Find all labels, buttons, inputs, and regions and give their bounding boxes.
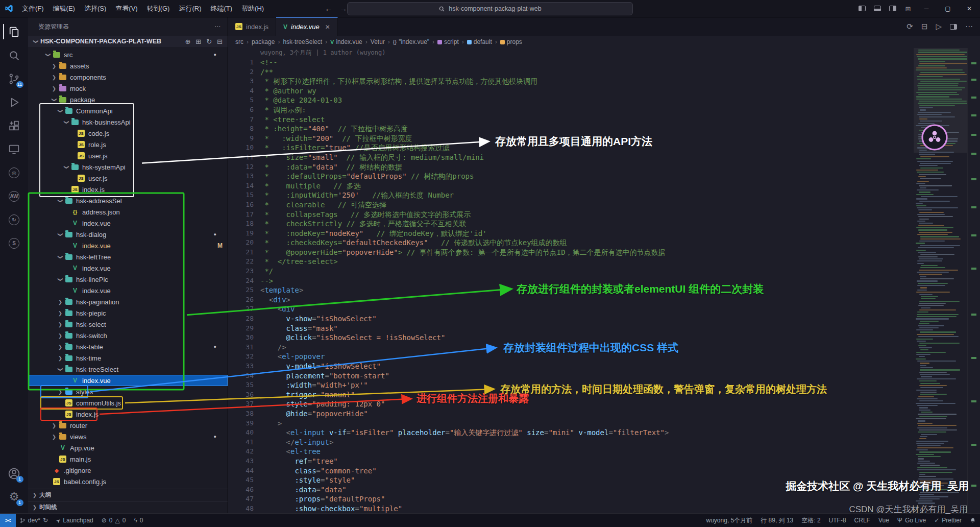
menu-item[interactable]: 编辑(E) bbox=[48, 5, 80, 12]
code-line[interactable]: 27 <div bbox=[228, 304, 980, 314]
code-line[interactable]: 36 trigger="manual" bbox=[228, 390, 980, 400]
tree-folder-row[interactable]: ❯views● bbox=[28, 431, 228, 442]
toggle-secondary-sidebar-icon[interactable] bbox=[885, 5, 900, 13]
code-line[interactable]: 33 v-model="isShowSelect" bbox=[228, 362, 980, 371]
source-control-icon[interactable]: 11 bbox=[3, 68, 26, 89]
more-actions-icon[interactable]: ⋯ bbox=[965, 22, 973, 31]
remote-explorer-icon[interactable] bbox=[3, 139, 26, 159]
menu-item[interactable]: 选择(S) bbox=[80, 5, 111, 12]
code-line[interactable]: 12 * :data="data" // 树结构的数据 bbox=[228, 162, 980, 172]
tree-file-row[interactable]: JScommonUtils.js bbox=[28, 397, 228, 409]
code-line[interactable]: 47 :props="defaultProps" bbox=[228, 494, 980, 504]
forward-icon[interactable]: → bbox=[339, 4, 347, 13]
code-line[interactable]: 1<!-- bbox=[228, 58, 980, 67]
refresh-explorer-icon[interactable]: ↻ bbox=[206, 38, 212, 45]
code-line[interactable]: 40 <el-input v-if="isFilter" placeholder… bbox=[228, 428, 980, 438]
eol-item[interactable]: CRLF bbox=[850, 514, 874, 527]
explorer-more-icon[interactable]: ⋯ bbox=[214, 23, 220, 30]
code-line[interactable]: 16 * clearable // 可清空选择 bbox=[228, 200, 980, 210]
new-file-icon[interactable]: ⊕ bbox=[185, 38, 190, 45]
tree-file-row[interactable]: Vindex.vue bbox=[28, 375, 228, 386]
breadcrumb-item[interactable]: Vindex.vue bbox=[330, 38, 362, 45]
tree-folder-row[interactable]: ❯hsk-pagination bbox=[28, 296, 228, 307]
tree-file-row[interactable]: JSindex.js bbox=[28, 184, 228, 195]
code-line[interactable]: 38 @hide="popoverHide" bbox=[228, 409, 980, 419]
tree-file-row[interactable]: Vindex.vue bbox=[28, 285, 228, 296]
tree-folder-row[interactable]: ❯mock bbox=[28, 83, 228, 94]
breadcrumb-item[interactable]: default bbox=[467, 38, 492, 45]
code-line[interactable]: 5 * @date 2024-01-03 bbox=[228, 95, 980, 105]
code-line[interactable]: 7 * <tree-select bbox=[228, 115, 980, 125]
aws-toolkit-icon[interactable]: AW bbox=[3, 186, 26, 206]
minimap[interactable] bbox=[914, 48, 967, 513]
tree-file-row[interactable]: Vindex.vueM bbox=[28, 240, 228, 251]
breadcrumb-item[interactable]: Vetur bbox=[371, 38, 385, 45]
split-editor-icon[interactable] bbox=[950, 22, 957, 31]
menu-item[interactable]: 查看(V) bbox=[111, 5, 142, 12]
code-line[interactable]: 37 style="padding: 12px 0" bbox=[228, 399, 980, 409]
code-line[interactable]: 25<template> bbox=[228, 285, 980, 295]
tree-file-row[interactable]: Vindex.vue bbox=[28, 218, 228, 229]
tree-folder-row[interactable]: ❯hsk-treeSelect bbox=[28, 364, 228, 375]
code-line[interactable]: 15 * :inputWidth='250' //输入框的长度 Number bbox=[228, 190, 980, 200]
back-icon[interactable]: ← bbox=[325, 4, 332, 13]
code-line[interactable]: 17 * collapseTags // 多选时将选中值按文字的形式展示 bbox=[228, 210, 980, 220]
language-mode-item[interactable]: Vue bbox=[874, 514, 893, 527]
toggle-panel-icon[interactable] bbox=[870, 5, 885, 13]
code-line[interactable]: 2/** bbox=[228, 67, 980, 77]
code-line[interactable]: 42 <el-tree bbox=[228, 447, 980, 457]
code-line[interactable]: 35 :width="width+'px'" bbox=[228, 380, 980, 390]
toggle-sidebar-icon[interactable] bbox=[854, 5, 870, 13]
ports-item[interactable]: ϟ 0 bbox=[130, 514, 147, 527]
tab-index-vue[interactable]: Vindex.vue✕ bbox=[276, 17, 338, 36]
code-line[interactable]: 44 class="common-tree" bbox=[228, 466, 980, 476]
tree-folder-row[interactable]: ❯assets bbox=[28, 60, 228, 71]
editor-content[interactable]: wuyong, 3个月前 | 1 author (wuyong) 1<!--2/… bbox=[228, 48, 980, 513]
tree-folder-row[interactable]: ❯hsk-piepic bbox=[28, 307, 228, 319]
code-line[interactable]: 30 @click="isShowSelect = !isShowSelect" bbox=[228, 333, 980, 343]
tree-folder-row[interactable]: ❯components bbox=[28, 71, 228, 83]
code-line[interactable]: 14 * multiple // 多选 bbox=[228, 181, 980, 191]
code-line[interactable]: 32 <el-popover bbox=[228, 352, 980, 362]
problems-item[interactable]: ⊘ 0 △ 0 bbox=[97, 514, 130, 527]
account-icon[interactable]: 1 bbox=[3, 463, 26, 484]
tree-folder-row[interactable]: ❯hsk-select bbox=[28, 319, 228, 330]
customize-layout-icon[interactable]: ⊞ bbox=[900, 5, 916, 13]
project-root-row[interactable]: ❯ HSK-COMPONENT-PACKAG-PLAT-WEB ⊕ ⊞ ↻ ⊟ bbox=[28, 36, 228, 47]
code-line[interactable]: 39 > bbox=[228, 419, 980, 428]
tree-folder-row[interactable]: ❯hsk-dialog● bbox=[28, 229, 228, 240]
tree-folder-row[interactable]: ❯hsk-leftTree bbox=[28, 251, 228, 262]
code-line[interactable]: 43 ref="tree" bbox=[228, 457, 980, 466]
floating-extension-button[interactable] bbox=[921, 124, 948, 151]
code-line[interactable]: 18 * checkStrictly // 多选时，严格遵循父子不互相关联 bbox=[228, 219, 980, 229]
code-line[interactable]: 26 <div> bbox=[228, 295, 980, 305]
menu-item[interactable]: 终端(T) bbox=[206, 5, 237, 12]
code-line[interactable]: 11 * size="small" // 输入框的尺寸: medium/smal… bbox=[228, 153, 980, 162]
run-file-icon[interactable]: ▷ bbox=[936, 22, 942, 31]
code-line[interactable]: 34 placement="bottom-start" bbox=[228, 371, 980, 381]
tree-file-row[interactable]: {}address.json bbox=[28, 206, 228, 218]
run-and-debug-icon[interactable] bbox=[3, 92, 26, 112]
code-line[interactable]: 23 */ bbox=[228, 267, 980, 276]
tree-folder-row[interactable]: ❯hsk-addressSel bbox=[28, 195, 228, 206]
tab-index-js[interactable]: JSindex.js bbox=[228, 17, 276, 36]
minimize-button[interactable]: ─ bbox=[916, 0, 937, 17]
breadcrumb-item[interactable]: src bbox=[235, 38, 243, 45]
prettier-item[interactable]: ✓ Prettier bbox=[930, 514, 966, 527]
tree-folder-row[interactable]: ❯src● bbox=[28, 49, 228, 60]
code-line[interactable]: 24--> bbox=[228, 276, 980, 286]
code-line[interactable]: 10 * :isFilter="true" //是否启用树形结构搜索过滤 bbox=[228, 143, 980, 153]
tree-file-row[interactable]: Vindex.vue bbox=[28, 262, 228, 274]
code-line[interactable]: 28 v-show="isShowSelect" bbox=[228, 314, 980, 324]
tree-folder-row[interactable]: ❯CommonApi bbox=[28, 105, 228, 116]
code-line[interactable]: 6 * 调用示例: bbox=[228, 105, 980, 115]
maximize-button[interactable]: ▢ bbox=[937, 0, 959, 17]
tree-file-row[interactable]: JSuser.js bbox=[28, 173, 228, 184]
tree-folder-row[interactable]: ❯hsk-time bbox=[28, 352, 228, 364]
tree-folder-row[interactable]: ❯router bbox=[28, 420, 228, 431]
code-line[interactable]: 29 class="mask" bbox=[228, 324, 980, 333]
open-changes-icon[interactable]: ⊟ bbox=[921, 22, 928, 31]
tree-file-row[interactable]: ◆.gitignore bbox=[28, 465, 228, 476]
launchpad-item[interactable]: ➤ Launchpad bbox=[52, 514, 97, 527]
test-explorer-icon[interactable]: ◎ bbox=[3, 162, 26, 183]
